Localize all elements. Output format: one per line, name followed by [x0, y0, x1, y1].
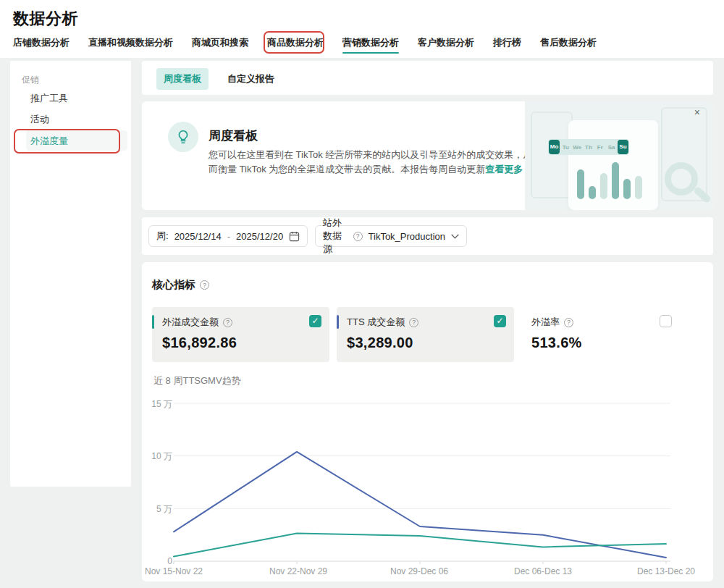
- help-icon[interactable]: ?: [353, 232, 363, 241]
- weekly-dashboard-banner: 周度看板 您可以在这里看到在 TikTok 经营所带来的站内以及引导至站外的成交…: [142, 101, 713, 210]
- metric-card-tts-gmv: TTS 成交金额 ? $3,289.00: [337, 307, 514, 362]
- close-icon[interactable]: ×: [694, 107, 700, 117]
- sidebar-item-spillover-metrics[interactable]: 外溢度量: [30, 135, 68, 148]
- week-label: 周:: [156, 230, 169, 243]
- help-icon[interactable]: ?: [564, 318, 573, 327]
- metric-value: 513.6%: [531, 335, 683, 351]
- y-tick-label: 5 万: [146, 503, 172, 516]
- tab-ranking[interactable]: 排行榜: [493, 36, 521, 55]
- metric-value: $3,289.00: [347, 335, 505, 351]
- subtab-custom-report[interactable]: 自定义报告: [220, 68, 282, 90]
- filter-panel: 周: 2025/12/14 - 2025/12/20 站外数据源 ? TikTo…: [142, 217, 713, 255]
- x-tick-label: Nov 29-Dec 06: [369, 566, 470, 576]
- source-value: TikTok_Production: [369, 231, 445, 242]
- tab-customer-analytics[interactable]: 客户数据分析: [418, 36, 474, 55]
- illustration-bar: [623, 179, 631, 199]
- sidebar: 促销 推广工具 活动 外溢度量: [10, 61, 131, 487]
- weekday-su: Su: [618, 140, 628, 154]
- banner-illustration: Mo Tu We Th Fr Sa Su: [525, 101, 713, 210]
- tab-aftersale-analytics[interactable]: 售后数据分析: [540, 36, 597, 55]
- help-icon[interactable]: ?: [200, 280, 209, 290]
- metric-label: TTS 成交金额: [347, 316, 405, 329]
- metric-card-spillover-rate: 外溢率 ? 513.6%: [521, 307, 691, 362]
- subtab-panel: 周度看板 自定义报告: [142, 61, 713, 95]
- subtab-weekly-dashboard[interactable]: 周度看板: [156, 68, 209, 90]
- illustration-bar: [589, 186, 596, 199]
- trend-chart-svg: [142, 395, 713, 579]
- decor-shape: [531, 112, 573, 198]
- sidebar-item-promo-tools[interactable]: 推广工具: [30, 92, 68, 105]
- date-end-value[interactable]: 2025/12/20: [236, 231, 283, 242]
- trend-chart-title: 近 8 周TTSGMV趋势: [153, 374, 241, 387]
- illustration-bar: [635, 176, 642, 199]
- x-tick-label: Nov 15-Nov 22: [123, 566, 224, 576]
- metric-value: $16,892.86: [162, 335, 321, 351]
- checkbox-checked-icon[interactable]: [494, 315, 506, 327]
- metric-label: 外溢成交金额: [162, 316, 219, 329]
- source-label: 站外数据源: [323, 217, 348, 256]
- tab-marketing-analytics[interactable]: 营销数据分析: [342, 36, 399, 55]
- top-nav-tabs: 店铺数据分析 直播和视频数据分析 商城页和搜索 商品数据分析 营销数据分析 客户…: [13, 36, 597, 55]
- weekday-we: We: [572, 144, 583, 151]
- offsite-source-select[interactable]: 站外数据源 ? TikTok_Production: [315, 225, 467, 247]
- chevron-down-icon: [451, 234, 459, 239]
- illustration-bar: [612, 162, 619, 199]
- weekday-sa: Sa: [606, 144, 617, 151]
- checkbox-unchecked-icon[interactable]: [660, 315, 672, 327]
- sidebar-section-promotion: 促销: [22, 74, 39, 86]
- illustration-bar: [577, 169, 584, 199]
- x-tick-label: Dec 06-Dec 13: [492, 566, 594, 576]
- page-header: 数据分析 店铺数据分析 直播和视频数据分析 商城页和搜索 商品数据分析 营销数据…: [0, 0, 724, 58]
- tab-mall-search[interactable]: 商城页和搜索: [192, 36, 248, 55]
- banner-description-text: 您可以在这里看到在 TikTok 经营所带来的站内以及引导至站外的成交效果，从而…: [209, 149, 532, 175]
- magnifier-icon: [665, 162, 698, 196]
- sidebar-item-campaigns[interactable]: 活动: [30, 113, 49, 126]
- core-metrics-card: 核心指标 ? 外溢成交金额 ? $16,892.86 TTS 成交金额 ? $3…: [142, 262, 713, 581]
- weekday-th: Th: [583, 144, 594, 151]
- lightbulb-icon: [168, 122, 198, 152]
- tab-product-analytics[interactable]: 商品数据分析: [267, 36, 324, 55]
- page-title: 数据分析: [13, 8, 78, 30]
- banner-title: 周度看板: [209, 127, 258, 144]
- weekday-fr: Fr: [594, 144, 605, 151]
- calendar-icon[interactable]: [289, 231, 300, 242]
- illustration-bar: [600, 173, 607, 199]
- checkbox-checked-icon[interactable]: [309, 315, 321, 327]
- date-separator: -: [227, 231, 230, 242]
- x-tick-label: Dec 13-Dec 20: [615, 566, 717, 576]
- metric-label: 外溢率: [531, 316, 560, 329]
- weekday-mo: Mo: [549, 140, 560, 154]
- week-date-range-picker[interactable]: 周: 2025/12/14 - 2025/12/20: [148, 225, 308, 247]
- core-metrics-title: 核心指标: [152, 278, 195, 292]
- tab-shop-analytics[interactable]: 店铺数据分析: [13, 36, 70, 55]
- weekday-strip: Mo Tu We Th Fr Sa Su: [548, 139, 629, 155]
- help-icon[interactable]: ?: [409, 318, 418, 327]
- accent-bar: [152, 315, 154, 329]
- metric-card-spillover-gmv: 外溢成交金额 ? $16,892.86: [152, 307, 329, 362]
- analytics-page: 数据分析 店铺数据分析 直播和视频数据分析 商城页和搜索 商品数据分析 营销数据…: [0, 0, 724, 588]
- tab-live-video-analytics[interactable]: 直播和视频数据分析: [88, 36, 173, 55]
- y-tick-label: 15 万: [146, 398, 172, 411]
- y-tick-label: 10 万: [146, 450, 172, 463]
- see-more-link[interactable]: 查看更多: [485, 164, 523, 175]
- accent-bar: [337, 315, 339, 329]
- y-tick-label: 0: [146, 556, 172, 566]
- banner-description: 您可以在这里看到在 TikTok 经营所带来的站内以及引导至站外的成交效果，从而…: [209, 148, 533, 177]
- x-tick-label: Nov 22-Nov 29: [248, 566, 349, 576]
- illustration-bar-chart: [577, 161, 649, 199]
- metric-cards-row: 外溢成交金额 ? $16,892.86 TTS 成交金额 ? $3,289.00…: [152, 307, 691, 362]
- help-icon[interactable]: ?: [223, 318, 232, 327]
- weekday-tu: Tu: [560, 144, 571, 151]
- date-start-value[interactable]: 2025/12/14: [174, 231, 222, 242]
